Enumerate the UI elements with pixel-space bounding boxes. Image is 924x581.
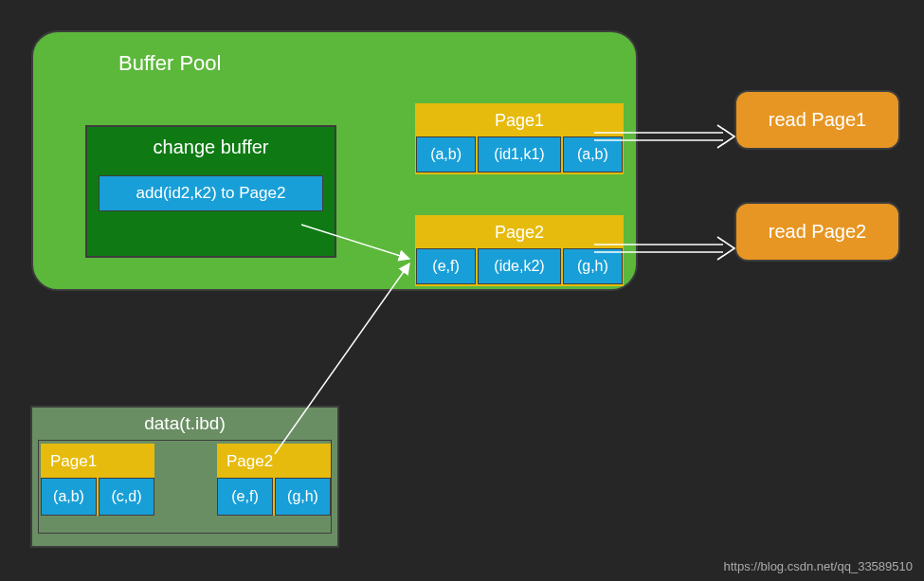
buffer-pool-page2: Page2 (e,f) (ide,k2) (g,h)	[415, 215, 624, 286]
data-file-title: data(t.ibd)	[32, 413, 337, 434]
df-page2-title: Page2	[217, 444, 331, 478]
page2-row: (e,f) (ide,k2) (g,h)	[415, 248, 624, 286]
read-page2-box: read Page2	[734, 202, 900, 262]
page2-cell: (e,f)	[416, 248, 476, 284]
page1-row: (a,b) (id1,k1) (a,b)	[415, 136, 624, 174]
change-buffer-entry: add(id2,k2) to Page2	[99, 175, 323, 211]
page1-cell: (a,b)	[563, 136, 623, 172]
buffer-pool-page1: Page1 (a,b) (id1,k1) (a,b)	[415, 103, 624, 174]
page1-cell: (a,b)	[416, 136, 476, 172]
data-file-page1: Page1 (a,b) (c,d)	[41, 444, 154, 516]
change-buffer-title: change buffer	[87, 136, 335, 158]
df-page2-cell: (e,f)	[217, 478, 273, 516]
data-file-page2: Page2 (e,f) (g,h)	[217, 444, 331, 516]
df-page1-row: (a,b) (c,d)	[41, 478, 154, 516]
page1-title: Page1	[415, 103, 624, 136]
df-page2-row: (e,f) (g,h)	[217, 478, 331, 516]
data-file-inner: Page1 (a,b) (c,d) Page2 (e,f) (g,h)	[38, 440, 332, 534]
watermark: https://blog.csdn.net/qq_33589510	[724, 559, 914, 573]
buffer-pool: Buffer Pool change buffer add(id2,k2) to…	[31, 30, 638, 291]
buffer-pool-title: Buffer Pool	[118, 51, 221, 76]
df-page1-cell: (a,b)	[41, 478, 97, 516]
data-file: data(t.ibd) Page1 (a,b) (c,d) Page2 (e,f…	[30, 406, 339, 548]
read-page1-box: read Page1	[734, 90, 900, 150]
df-page1-title: Page1	[41, 444, 154, 478]
page1-cell: (id1,k1)	[478, 136, 561, 172]
page2-title: Page2	[415, 215, 624, 248]
page2-cell: (g,h)	[563, 248, 623, 284]
page2-cell: (ide,k2)	[478, 248, 561, 284]
df-page2-cell: (g,h)	[275, 478, 331, 516]
df-page1-cell: (c,d)	[99, 478, 154, 516]
change-buffer: change buffer add(id2,k2) to Page2	[85, 125, 336, 258]
